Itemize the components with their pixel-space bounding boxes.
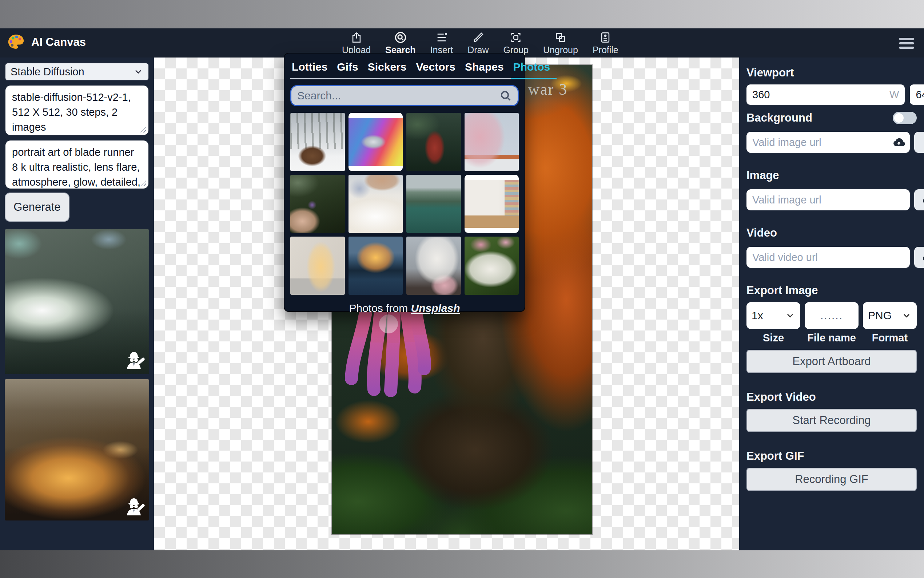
background-label: Background xyxy=(746,111,812,125)
draw-icon xyxy=(472,31,484,44)
video-url-input[interactable] xyxy=(752,252,890,263)
artboard-text-layer[interactable]: l war 3 xyxy=(518,80,568,99)
photo-result-hiker-red-jacket-forest[interactable] xyxy=(406,113,461,171)
cloud-upload-icon xyxy=(922,193,924,206)
tab-gifs[interactable]: Gifs xyxy=(337,61,358,73)
photo-result-snowy-cabin-forest[interactable] xyxy=(290,113,345,171)
insert-icon xyxy=(435,31,448,44)
group-button[interactable]: Group xyxy=(503,31,529,55)
app-title: AI Canvas xyxy=(31,36,86,49)
photo-result-sunset-fjord[interactable] xyxy=(348,237,403,295)
viewport-heading: Viewport xyxy=(746,66,917,80)
insert-button[interactable]: Insert xyxy=(430,31,453,55)
width-suffix: W xyxy=(890,89,899,101)
search-button[interactable]: Search xyxy=(385,31,416,55)
cloud-upload-icon[interactable] xyxy=(892,136,905,149)
photo-result-white-ceramic-mugs[interactable] xyxy=(348,175,403,233)
background-url-input[interactable] xyxy=(752,136,890,148)
start-recording-button[interactable]: Start Recording xyxy=(746,409,917,432)
generation-sidebar: Stable Diffusion stable-diffusion-512-v2… xyxy=(0,57,154,550)
video-upload-button[interactable] xyxy=(914,247,924,268)
export-size-col: 1x Size xyxy=(746,302,800,344)
model-config-textarea[interactable]: stable-diffusion-512-v2-1, 512 X 512, 30… xyxy=(5,85,149,136)
photo-result-pink-blossom-building[interactable] xyxy=(464,113,519,171)
photo-result-retro-camera-neon[interactable] xyxy=(348,113,403,171)
generated-image-cyberpunk-amber-street[interactable] xyxy=(5,379,149,521)
model-select[interactable]: Stable Diffusion xyxy=(5,63,149,81)
properties-sidebar: Viewport W H Background xyxy=(739,57,924,550)
upload-button[interactable]: Upload xyxy=(342,31,371,55)
palette-logo-icon xyxy=(6,33,26,52)
export-gif-heading: Export GIF xyxy=(746,450,917,463)
export-size-value: 1x xyxy=(752,309,763,322)
photo-grid xyxy=(290,113,519,295)
asset-search-popup: LottiesGifsSickersVectorsShapesPhotos Ph… xyxy=(284,53,525,312)
viewport-width-field: W xyxy=(746,84,905,105)
size-label: Size xyxy=(746,332,800,344)
photo-result-reading-room-bookshelf[interactable] xyxy=(464,175,519,233)
ungroup-button[interactable]: Ungroup xyxy=(543,31,578,55)
export-format-select[interactable]: PNG xyxy=(863,302,917,329)
attribution-text: Photos from xyxy=(349,302,408,314)
viewport-size-row: W H xyxy=(746,84,917,105)
export-image-heading: Export Image xyxy=(746,284,917,297)
prompt-textarea[interactable]: portrait art of blade runner 8 k ultra r… xyxy=(5,140,149,189)
tab-lotties[interactable]: Lotties xyxy=(292,61,327,73)
export-options-row: 1x Size File name PNG Format xyxy=(746,302,917,344)
recording-gif-button[interactable]: Recording GIF xyxy=(746,468,917,491)
photo-attribution: Photos from Unsplash xyxy=(290,302,519,315)
tab-sickers[interactable]: Sickers xyxy=(368,61,407,73)
photo-result-woman-winter-hood-flowers[interactable] xyxy=(406,237,461,295)
export-size-select[interactable]: 1x xyxy=(746,302,800,329)
image-url-field xyxy=(746,189,910,210)
profile-label: Profile xyxy=(592,45,618,55)
viewport-width-input[interactable] xyxy=(752,89,890,101)
cloud-upload-icon xyxy=(922,251,924,264)
generate-button[interactable]: Generate xyxy=(5,193,70,222)
tab-vectors[interactable]: Vectors xyxy=(416,61,455,73)
popup-tabs: LottiesGifsSickersVectorsShapesPhotos xyxy=(290,58,519,80)
magnifier-icon xyxy=(500,89,512,102)
tab-shapes[interactable]: Shapes xyxy=(465,61,504,73)
upload-icon xyxy=(350,31,363,44)
video-url-row xyxy=(746,247,917,268)
toolbar-menu: Upload Search Insert Draw xyxy=(342,31,618,55)
viewport-height-input[interactable] xyxy=(916,89,924,101)
image-upload-button[interactable] xyxy=(914,189,924,210)
unsplash-link[interactable]: Unsplash xyxy=(411,302,460,314)
background-delete-button[interactable] xyxy=(914,132,924,153)
trash-icon xyxy=(922,136,924,149)
export-format-value: PNG xyxy=(868,309,892,322)
background-url-field xyxy=(746,132,910,153)
generated-image-cyberpunk-teal-flare[interactable] xyxy=(5,229,149,374)
export-filename-input[interactable] xyxy=(810,309,853,322)
video-heading: Video xyxy=(746,226,917,240)
tab-photos[interactable]: Photos xyxy=(513,61,550,73)
sticker-highlight xyxy=(379,315,398,333)
draw-button[interactable]: Draw xyxy=(468,31,489,55)
photo-result-mountain-lake-boats[interactable] xyxy=(406,175,461,233)
export-filename-field xyxy=(805,302,859,329)
photo-result-hand-holding-flower[interactable] xyxy=(290,175,345,233)
generation-list xyxy=(5,229,149,521)
popup-search-input[interactable] xyxy=(297,89,496,102)
chevron-down-icon xyxy=(785,310,795,321)
export-artboard-button[interactable]: Export Artboard xyxy=(746,350,917,373)
ungroup-label: Ungroup xyxy=(543,45,578,55)
profile-icon xyxy=(599,31,612,44)
viewport-height-field: H xyxy=(910,84,924,105)
hamburger-menu-icon[interactable] xyxy=(899,38,914,49)
model-select-value: Stable Diffusion xyxy=(11,66,84,78)
photo-result-interior-floor-lamp[interactable] xyxy=(290,237,345,295)
ungroup-icon xyxy=(554,31,567,44)
profile-button[interactable]: Profile xyxy=(592,31,618,55)
image-url-input[interactable] xyxy=(752,194,890,206)
search-icon xyxy=(394,31,407,44)
background-toggle[interactable] xyxy=(893,112,917,124)
app-brand: AI Canvas xyxy=(6,33,86,52)
photo-result-open-book-flowers[interactable] xyxy=(464,237,519,295)
export-format-col: PNG Format xyxy=(863,302,917,344)
image-heading: Image xyxy=(746,169,917,182)
background-row: Background xyxy=(746,111,917,125)
group-icon xyxy=(510,31,522,44)
